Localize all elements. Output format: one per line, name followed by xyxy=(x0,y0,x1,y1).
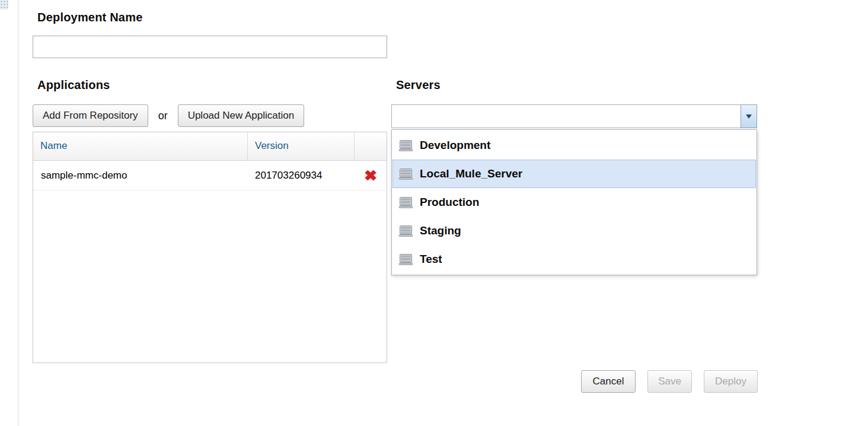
servers-dropdown-list: Development Local_Mule_Server Production xyxy=(391,129,757,275)
save-button: Save xyxy=(647,370,692,393)
server-combo-trigger-button[interactable] xyxy=(741,104,757,128)
panel-collapse-grip[interactable] xyxy=(0,0,8,9)
deployment-name-input[interactable] xyxy=(33,36,387,58)
server-item-label: Staging xyxy=(420,224,461,237)
column-header-actions xyxy=(355,132,387,160)
server-icon xyxy=(398,253,413,266)
server-combo-input[interactable] xyxy=(391,104,741,128)
app-actions-cell: ✖ xyxy=(355,169,387,183)
delete-app-icon[interactable]: ✖ xyxy=(364,169,377,183)
deploy-button: Deploy xyxy=(704,370,758,393)
server-item-label: Development xyxy=(420,139,490,152)
server-list-item[interactable]: Test xyxy=(392,245,756,274)
footer-buttons: Cancel Save Deploy xyxy=(581,370,758,393)
upload-new-application-button[interactable]: Upload New Application xyxy=(178,104,305,127)
applications-table-body: sample-mmc-demo 201703260934 ✖ xyxy=(33,161,387,190)
server-item-label: Production xyxy=(420,196,479,209)
servers-label: Servers xyxy=(396,78,441,92)
app-name-cell: sample-mmc-demo xyxy=(33,170,248,182)
server-list-item[interactable]: Staging xyxy=(392,217,756,245)
panel-divider xyxy=(18,0,18,426)
deployment-name-label: Deployment Name xyxy=(37,11,143,24)
table-row[interactable]: sample-mmc-demo 201703260934 ✖ xyxy=(33,161,387,190)
server-icon xyxy=(398,168,413,180)
server-list-item[interactable]: Development xyxy=(392,131,756,160)
app-version-cell: 201703260934 xyxy=(248,170,355,182)
server-list-item[interactable]: Production xyxy=(392,188,756,217)
server-item-label: Local_Mule_Server xyxy=(420,167,522,180)
or-text: or xyxy=(158,110,168,122)
add-from-repository-button[interactable]: Add From Repository xyxy=(33,104,148,127)
applications-label: Applications xyxy=(37,78,110,92)
server-combobox xyxy=(391,104,757,128)
column-header-version[interactable]: Version xyxy=(248,132,355,160)
column-header-name[interactable]: Name xyxy=(33,132,248,160)
applications-table-header: Name Version xyxy=(33,132,387,161)
cancel-button[interactable]: Cancel xyxy=(581,370,636,393)
applications-toolbar: Add From Repository or Upload New Applic… xyxy=(33,104,304,127)
server-icon xyxy=(398,196,413,209)
server-icon xyxy=(398,139,413,152)
applications-table: Name Version sample-mmc-demo 20170326093… xyxy=(33,132,387,363)
chevron-down-icon xyxy=(746,115,752,119)
server-list-item[interactable]: Local_Mule_Server xyxy=(392,160,756,188)
server-item-label: Test xyxy=(420,253,442,266)
server-icon xyxy=(398,225,413,237)
